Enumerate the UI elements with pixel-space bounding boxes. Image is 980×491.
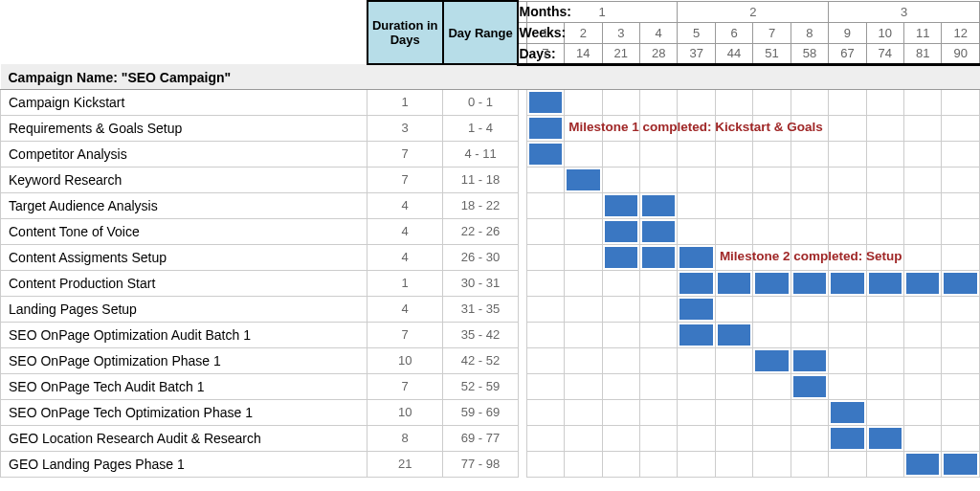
gantt-cell	[829, 322, 866, 347]
gantt-cell	[678, 270, 715, 296]
gantt-bar	[529, 144, 562, 165]
day-21: 21	[602, 43, 639, 64]
gantt-cell	[526, 425, 564, 451]
gantt-cell	[866, 270, 903, 296]
gantt-bar	[679, 324, 712, 346]
month-2: 2	[678, 1, 829, 22]
gantt-cell	[715, 89, 752, 115]
gantt-bar	[831, 273, 863, 294]
week-10: 10	[866, 22, 903, 43]
gantt-cell	[565, 89, 602, 115]
campaign-title: Campaign Name: "SEO Campaign"	[1, 64, 980, 89]
gantt-cell	[602, 244, 639, 270]
task-range: 11 - 18	[443, 167, 519, 192]
gantt-bar	[679, 299, 712, 320]
gantt-cell	[791, 270, 828, 296]
gantt-cell	[678, 322, 715, 347]
gantt-cell	[829, 451, 866, 477]
task-range: 26 - 30	[443, 244, 519, 270]
gantt-cell	[678, 244, 715, 270]
gantt-cell	[565, 270, 602, 296]
task-duration: 3	[368, 115, 443, 141]
gantt-cell	[791, 296, 828, 322]
gantt-cell	[753, 270, 791, 296]
gantt-cell	[791, 425, 828, 451]
task-duration: 10	[368, 347, 443, 373]
gantt-cell	[791, 218, 828, 244]
gap	[518, 270, 526, 296]
gantt-cell	[602, 141, 639, 167]
gantt-cell	[942, 270, 980, 296]
gantt-bar	[793, 376, 826, 397]
task-duration: 1	[368, 89, 443, 115]
gantt-cell	[866, 192, 903, 218]
month-3: 3	[829, 1, 980, 22]
gantt-cell	[715, 218, 752, 244]
gantt-bar	[605, 247, 637, 268]
gantt-cell	[526, 373, 564, 399]
gantt-cell	[678, 141, 715, 167]
gantt-cell	[791, 322, 828, 347]
day-51: 51	[753, 43, 791, 64]
task-duration: 4	[368, 296, 443, 322]
gantt-bar	[755, 273, 788, 294]
gantt-cell	[942, 399, 980, 425]
gantt-cell	[866, 322, 903, 347]
task-name: Content Production Start	[1, 270, 368, 296]
gantt-cell	[602, 218, 639, 244]
gantt-cell	[753, 192, 791, 218]
gantt-cell	[602, 399, 639, 425]
week-3: 3	[602, 22, 639, 43]
gantt-cell	[678, 296, 715, 322]
gantt-cell	[678, 192, 715, 218]
task-range: 42 - 52	[443, 347, 519, 373]
gantt-cell	[829, 115, 866, 141]
gap	[518, 399, 526, 425]
gantt-cell	[639, 399, 677, 425]
gantt-cell	[639, 425, 677, 451]
task-name: SEO OnPage Optimization Phase 1	[1, 347, 368, 373]
task-name: Content Tone of Voice	[1, 218, 368, 244]
task-range: 1 - 4	[443, 115, 519, 141]
gantt-cell	[829, 192, 866, 218]
gantt-cell: Milestone 1 completed: Kickstart & Goals	[565, 115, 602, 141]
gantt-cell	[678, 89, 715, 115]
gantt-cell	[904, 425, 942, 451]
gantt-cell	[565, 451, 602, 477]
task-name: Keyword Research	[1, 167, 368, 192]
task-row: SEO OnPage Tech Audit Batch 1752 - 59	[1, 373, 980, 399]
task-name: SEO OnPage Tech Optimization Phase 1	[1, 399, 368, 425]
day-67: 67	[829, 43, 866, 64]
gantt-bar	[605, 195, 637, 216]
gantt-bar	[642, 195, 675, 216]
gantt-cell	[866, 218, 903, 244]
gantt-cell	[829, 399, 866, 425]
gantt-bar	[718, 273, 750, 294]
gantt-cell	[602, 425, 639, 451]
gantt-cell	[904, 167, 942, 192]
gantt-cell	[639, 451, 677, 477]
gantt-cell	[866, 115, 903, 141]
task-range: 52 - 59	[443, 373, 519, 399]
gap	[518, 244, 526, 270]
gap	[518, 192, 526, 218]
gantt-cell	[639, 347, 677, 373]
gantt-cell	[565, 296, 602, 322]
gantt-cell	[678, 167, 715, 192]
gantt-cell	[829, 347, 866, 373]
header-duration: Duration in Days	[368, 1, 443, 64]
gantt-cell	[526, 244, 564, 270]
gantt-cell	[639, 192, 677, 218]
task-duration: 7	[368, 141, 443, 167]
gantt-cell	[904, 270, 942, 296]
gantt-bar	[642, 247, 675, 268]
task-duration: 8	[368, 425, 443, 451]
gantt-cell	[753, 399, 791, 425]
task-name: Content Assigments Setup	[1, 244, 368, 270]
task-range: 22 - 26	[443, 218, 519, 244]
gantt-cell	[639, 373, 677, 399]
gantt-cell	[866, 296, 903, 322]
gantt-cell	[904, 347, 942, 373]
task-name: Campaign Kickstart	[1, 89, 368, 115]
task-duration: 21	[368, 451, 443, 477]
